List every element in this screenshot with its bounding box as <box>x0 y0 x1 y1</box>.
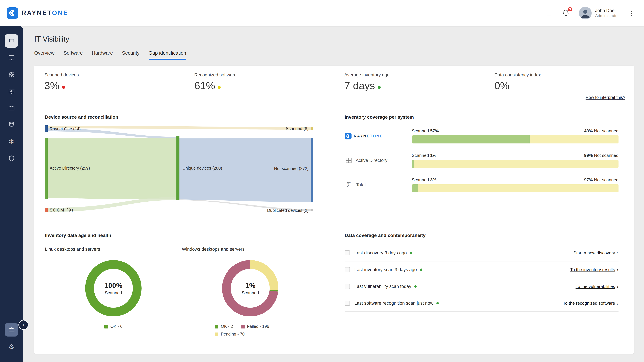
middle-row: Device source and reconciliation <box>34 105 634 223</box>
row-checkbox[interactable] <box>345 301 350 306</box>
kpi-row: Scanned devices 3% Recognized software 6… <box>34 66 634 105</box>
briefcase-icon <box>8 326 15 334</box>
recognized-software-link[interactable]: To the recognized software <box>563 301 615 306</box>
logo-primary: RAYNET <box>354 134 373 138</box>
tab-software[interactable]: Software <box>64 50 83 60</box>
inventory-coverage-panel: Inventory coverage per system <box>330 105 634 223</box>
window-icon <box>345 157 352 164</box>
coverage-bar <box>412 184 618 192</box>
tab-security[interactable]: Security <box>122 50 140 60</box>
sankey-node-active-directory <box>45 138 48 199</box>
gear-icon: ⚙ <box>8 344 14 350</box>
data-coverage-row-inventory-scan: Last inventory scan 3 days ago To the in… <box>345 261 618 278</box>
coverage-row-total: Σ Total Scanned 3% 97% Not scanned <box>345 177 618 192</box>
vulnerabilities-link[interactable]: To the vulnerabilities <box>576 284 615 289</box>
coverage-rows: RAYNETONE Scanned 57% 43% Not scanned <box>345 128 618 192</box>
inventory-results-link[interactable]: To the inventory results <box>570 267 615 272</box>
sidebar-item-devices[interactable] <box>5 51 18 64</box>
row-text: Last inventory scan 3 days ago <box>354 267 417 272</box>
how-to-interpret-link[interactable]: How to interpret this? <box>586 95 625 100</box>
sidebar-item-security[interactable] <box>5 151 18 165</box>
row-text: Last vulnerability scan today <box>354 284 411 289</box>
task-list-button[interactable] <box>544 9 553 17</box>
sidebar-item-integrations[interactable]: ❄ <box>5 135 18 148</box>
legend-label: Failed - 196 <box>247 324 269 329</box>
row-action[interactable]: To the vulnerabilities › <box>576 284 618 289</box>
app-root: RAYNETONE 3 <box>0 0 644 362</box>
data-coverage-rows: Last discovery 3 days ago Start a new di… <box>345 245 618 312</box>
coverage-labels: Scanned 57% 43% Not scanned <box>412 128 618 133</box>
list-icon <box>544 9 552 17</box>
user-menu[interactable]: John Doe Administrator <box>579 7 619 19</box>
sankey-label-sccm: SCCM (9) <box>50 208 74 212</box>
sidebar-item-workspace[interactable] <box>5 323 18 337</box>
logo-wordmark: RAYNETONE <box>22 9 68 17</box>
row-action[interactable]: To the recognized software › <box>563 301 618 306</box>
kpi-average-inventory-age: Average inventory age 7 days <box>334 66 484 105</box>
sankey-label-raynet-one: Raynet One (14) <box>50 126 81 131</box>
donut-center: 1% Scanned <box>222 260 279 317</box>
sidebar-item-settings[interactable]: ⚙ <box>5 340 18 353</box>
app-logo[interactable]: RAYNETONE <box>7 7 68 19</box>
not-scanned-label: 97% Not scanned <box>584 177 618 182</box>
tab-hardware[interactable]: Hardware <box>92 50 113 60</box>
row-checkbox[interactable] <box>345 284 350 289</box>
donut-linux: 100% Scanned <box>85 260 142 317</box>
sankey-label-unique-devices: Unique devices (280) <box>182 166 222 170</box>
shield-icon <box>8 154 15 162</box>
tab-overview[interactable]: Overview <box>34 50 54 60</box>
kpi-value: 7 days <box>344 80 375 92</box>
legend: OK - 6 <box>78 324 149 329</box>
coverage-bar <box>412 160 618 168</box>
sidebar-item-data[interactable] <box>5 118 18 131</box>
chevron-right-icon: › <box>617 250 618 256</box>
sidebar-expand-button[interactable]: › <box>18 320 28 330</box>
status-dot-red <box>62 86 65 89</box>
more-options-button[interactable]: ⋮ <box>628 10 635 16</box>
donut-windows: 1% Scanned <box>222 260 279 317</box>
coverage-labels: Scanned 3% 97% Not scanned <box>412 177 618 182</box>
sankey-node-scanned <box>310 127 313 130</box>
sidebar-item-analytics[interactable] <box>5 84 18 98</box>
monitor-icon <box>8 54 15 61</box>
sidebar-item-it-visibility[interactable] <box>5 34 18 48</box>
scanned-label: Scanned 1% <box>412 153 436 158</box>
row-text: Last discovery 3 days ago <box>354 250 407 255</box>
kpi-label: Data consistency index <box>494 72 626 77</box>
kpi-value: 61% <box>194 80 215 92</box>
sidebar-item-services[interactable] <box>5 101 18 115</box>
tab-gap-identification[interactable]: Gap identification <box>148 50 186 60</box>
legend-item: Failed - 196 <box>241 324 269 329</box>
kpi-value: 3% <box>44 80 59 92</box>
data-coverage-row-discovery: Last discovery 3 days ago Start a new di… <box>345 245 618 261</box>
device-source-panel: Device source and reconciliation <box>34 105 330 223</box>
logo-primary: RAYNET <box>22 9 52 16</box>
sigma-icon: Σ <box>345 180 353 189</box>
row-checkbox[interactable] <box>345 250 350 255</box>
bottom-row: Inventory data age and health Linux desk… <box>34 223 634 354</box>
data-coverage-panel: Data coverage and contemporaneity Last d… <box>330 223 634 354</box>
kpi-value: 0% <box>494 80 510 92</box>
row-action[interactable]: Start a new discovery › <box>574 250 618 256</box>
notifications-button[interactable]: 3 <box>562 9 570 17</box>
start-new-discovery-link[interactable]: Start a new discovery <box>574 250 615 255</box>
legend-swatch <box>104 325 108 328</box>
top-bar: RAYNETONE 3 <box>0 0 644 26</box>
donut-value: 100% <box>104 281 122 290</box>
sankey-chart: Raynet One (14) Active Directory (259) S… <box>45 124 313 214</box>
not-scanned-label: 99% Not scanned <box>584 153 618 158</box>
coverage-system: RAYNETONE <box>345 133 412 139</box>
user-name: John Doe <box>595 8 619 13</box>
status-dot-yellow <box>218 86 221 89</box>
row-action[interactable]: To the inventory results › <box>570 267 618 272</box>
row-checkbox[interactable] <box>345 267 350 272</box>
panel-title: Inventory coverage per system <box>345 114 618 120</box>
panel-title: Data coverage and contemporaneity <box>345 233 618 238</box>
legend-item: OK - 6 <box>104 324 122 329</box>
sidebar-item-discovery[interactable] <box>5 68 18 81</box>
lifebuoy-icon <box>8 70 15 78</box>
page-tabs: Overview Software Hardware Security Gap … <box>34 50 634 60</box>
legend-item: Pending - 70 <box>215 332 245 337</box>
panel-title: Inventory data age and health <box>45 233 319 238</box>
snowflake-icon: ❄ <box>9 138 14 145</box>
